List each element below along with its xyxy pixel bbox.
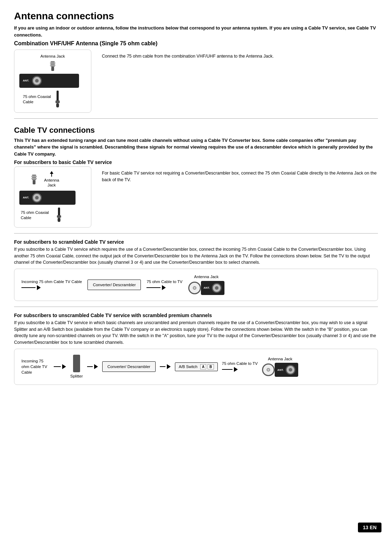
unscrambled-arrow1 <box>54 364 66 369</box>
splitter-box <box>73 355 80 372</box>
unscrambled-line3 <box>160 366 165 367</box>
unscrambled-incoming-group: Incoming 75 ohm Cable TV Cable <box>21 358 50 375</box>
svg-rect-9 <box>32 175 36 176</box>
unscrambled-converter-label: Converter/ Descrambler <box>107 365 150 369</box>
cable-to-tv-arrow <box>162 285 166 290</box>
page-number-badge: 13 EN <box>358 523 381 532</box>
unscrambled-cable-description: If you subscribe to a Cable TV service i… <box>14 320 378 346</box>
tv-panel-basic: ANT. <box>19 191 76 205</box>
svg-rect-2 <box>51 64 55 65</box>
ab-b-button: B <box>208 364 214 369</box>
coax-connector-combo <box>32 76 42 86</box>
svg-rect-0 <box>51 61 55 63</box>
svg-rect-16 <box>57 215 61 218</box>
svg-rect-1 <box>50 63 55 64</box>
svg-rect-8 <box>56 103 59 107</box>
incoming-cable-label: Incoming 75 ohm Cable TV Cable <box>21 280 82 284</box>
svg-rect-5 <box>51 67 54 71</box>
basic-ant-jack-label: Antenna Jack <box>41 178 62 188</box>
svg-rect-12 <box>31 178 37 179</box>
unscrambled-converter-box: Converter/ Descrambler <box>102 361 156 372</box>
cable-to-tv-line <box>146 287 161 288</box>
scrambled-coil-inner <box>193 286 196 290</box>
cable-plug-combo <box>54 91 61 108</box>
unscrambled-arrow3 <box>160 364 171 369</box>
ant-text-basic: ANT. <box>23 196 29 199</box>
svg-rect-15 <box>58 208 60 216</box>
antenna-connections-section: Antenna connections If you are using an … <box>14 11 378 113</box>
svg-rect-7 <box>55 100 60 103</box>
basic-cable-diagram: Antenna Jack ANT. 75 ohm Coaxial Cable <box>14 166 91 228</box>
unscrambled-tv-panel: ANT. <box>275 363 299 377</box>
unscrambled-cable-to-tv-label: 75 ohm Cable to TV <box>222 361 258 366</box>
scrambled-ant-jack-group: Antenna Jack ANT. <box>188 275 225 295</box>
ant-jack-label-top: Antenna Jack <box>40 54 65 59</box>
coax-connector-basic <box>32 193 42 203</box>
antenna-connections-title: Antenna connections <box>14 11 378 22</box>
converter-label: Converter/ Descrambler <box>93 283 136 287</box>
unscrambled-converter-group: Converter/ Descrambler <box>102 361 156 372</box>
combo-antenna-row: Antenna Jack ANT. <box>14 50 378 113</box>
unscrambled-arrow2 <box>87 364 98 369</box>
scrambled-coax-connector <box>212 283 222 293</box>
incoming-line <box>21 287 35 288</box>
antenna-connections-intro: If you are using an indoor or outdoor an… <box>14 25 378 38</box>
svg-rect-17 <box>58 218 60 222</box>
svg-rect-13 <box>32 179 36 180</box>
tv-panel-combo: ANT. <box>19 74 79 88</box>
cable-tv-title: Cable TV connections <box>14 126 378 135</box>
section-divider-1 <box>14 118 378 119</box>
svg-rect-3 <box>50 65 55 66</box>
cable-to-tv-label: 75 ohm Cable to TV <box>146 280 182 284</box>
basic-ant-connector-symbol <box>30 175 38 184</box>
unscrambled-coil <box>262 363 275 376</box>
scrambled-cable-title: For subscribers to scrambled Cable TV se… <box>14 239 378 245</box>
unscrambled-cable-title: For subscribers to unscrambled Cable TV … <box>14 313 378 318</box>
ab-switch-group: A/B Switch A B <box>175 362 218 371</box>
cable-tv-connections-section: Cable TV connections This TV has an exte… <box>14 126 378 385</box>
unscrambled-arrow4 <box>222 367 238 372</box>
converter-descrambler-box: Converter/ Descrambler <box>87 280 141 290</box>
basic-cable-label: 75 ohm Coaxial Cable <box>21 210 52 221</box>
section-divider-2 <box>14 233 378 234</box>
ab-a-button: A <box>200 364 206 369</box>
combo-antenna-description: Connect the 75 ohm cable from the combin… <box>102 53 378 60</box>
ab-switch-text: A/B Switch <box>179 365 197 369</box>
cable-tv-intro: This TV has an extended tuning range and… <box>14 137 378 158</box>
unscrambled-ant-jack-label: Antenna Jack <box>268 357 293 362</box>
incoming-cable-group: Incoming 75 ohm Cable TV Cable <box>21 280 82 290</box>
unscrambled-coax-connector <box>286 365 295 375</box>
unscrambled-line1 <box>54 366 61 367</box>
scrambled-cable-diagram: Incoming 75 ohm Cable TV Cable Converter… <box>14 269 378 301</box>
basic-cable-plug <box>55 208 63 223</box>
cable-to-tv-arrow-row <box>146 285 166 290</box>
ab-switch-box: A/B Switch A B <box>175 362 218 371</box>
basic-ant-jack-label-col: Antenna Jack <box>41 171 62 188</box>
incoming-arrow-row <box>21 285 41 290</box>
scrambled-coil <box>188 282 201 294</box>
basic-ant-jack-row: Antenna Jack <box>30 171 62 188</box>
unscrambled-triangle3 <box>167 364 171 369</box>
antenna-jack-col: Antenna Jack <box>40 54 65 71</box>
scrambled-ant-text: ANT. <box>204 286 210 289</box>
unscrambled-triangle4 <box>234 367 238 372</box>
unscrambled-incoming-label: Incoming 75 ohm Cable TV Cable <box>21 358 50 375</box>
scrambled-ant-jack-row: ANT. <box>188 281 225 295</box>
svg-rect-4 <box>51 66 55 67</box>
basic-cable-area: 75 ohm Coaxial Cable <box>21 208 63 223</box>
ant-text-combo: ANT. <box>23 79 29 82</box>
unscrambled-cable-to-tv-group: 75 ohm Cable to TV <box>222 361 258 372</box>
scrambled-ant-jack-label-top: Antenna Jack <box>194 275 219 280</box>
unscrambled-coil-inner <box>267 368 270 372</box>
section-divider-3 <box>14 307 378 307</box>
splitter-group: Splitter <box>70 355 83 379</box>
svg-rect-6 <box>57 91 59 101</box>
unscrambled-triangle2 <box>94 364 98 369</box>
cable-label-combo: 75 ohm Coaxial Cable <box>23 94 51 105</box>
svg-rect-10 <box>31 176 37 177</box>
combo-antenna-title: Combination VHF/UHF Antenna (Single 75 o… <box>14 40 378 47</box>
unscrambled-ant-jack-row: ANT. <box>262 363 299 377</box>
basic-cable-title: For subscribers to basic Cable TV servic… <box>14 159 378 165</box>
cable-area-combo: 75 ohm Coaxial Cable <box>23 91 61 108</box>
unscrambled-cable-diagram: Incoming 75 ohm Cable TV Cable Splitter … <box>14 349 378 385</box>
